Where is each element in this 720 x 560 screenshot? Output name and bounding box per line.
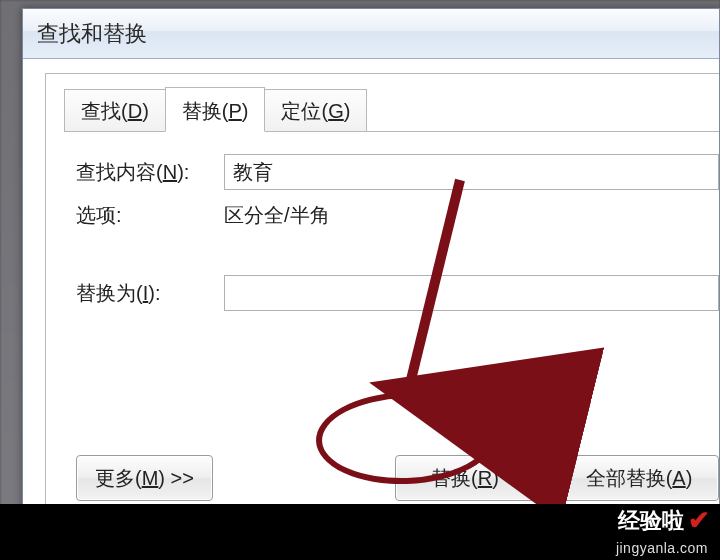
tabstrip: 查找(D) 替换(P) 定位(G) [64, 88, 366, 132]
tab-goto[interactable]: 定位(G) [264, 89, 367, 132]
check-icon: ✔ [688, 505, 710, 536]
bottom-strip [0, 504, 720, 560]
button-row: 更多(M) >> 替换(R) 全部替换(A) [76, 455, 719, 501]
find-input[interactable] [224, 154, 719, 190]
tab-find[interactable]: 查找(D) [64, 89, 166, 132]
more-button[interactable]: 更多(M) >> [76, 455, 213, 501]
titlebar[interactable]: 查找和替换 [23, 9, 719, 59]
row-replace: 替换为(I): [76, 275, 719, 311]
replace-button[interactable]: 替换(R) [395, 455, 535, 501]
watermark-brand: 经验啦 ✔ [618, 505, 710, 536]
tabpanel-divider [64, 131, 719, 132]
find-replace-dialog: 查找和替换 查找(D) 替换(P) 定位(G) 查找内容(N): 选项: [22, 8, 720, 524]
tab-replace[interactable]: 替换(P) [165, 87, 266, 132]
watermark-url: jingyanla.com [616, 540, 708, 556]
find-label: 查找内容(N): [76, 159, 224, 186]
replace-label: 替换为(I): [76, 280, 224, 307]
form: 查找内容(N): 选项: 区分全/半角 替换为(I): [76, 154, 719, 323]
options-value: 区分全/半角 [224, 202, 330, 229]
dialog-client: 查找(D) 替换(P) 定位(G) 查找内容(N): 选项: 区分全/半角 [45, 73, 719, 523]
options-label: 选项: [76, 202, 224, 229]
replace-input[interactable] [224, 275, 719, 311]
dialog-title: 查找和替换 [37, 19, 147, 49]
row-options: 选项: 区分全/半角 [76, 202, 719, 229]
row-find: 查找内容(N): [76, 154, 719, 190]
replace-all-button[interactable]: 全部替换(A) [559, 455, 719, 501]
